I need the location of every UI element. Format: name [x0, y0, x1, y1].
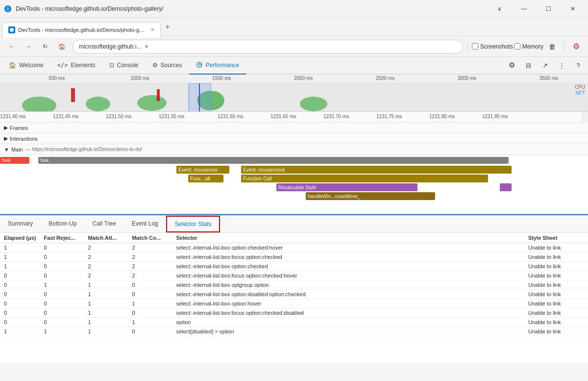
screenshots-checkbox[interactable] [472, 43, 478, 50]
maximize-btn[interactable]: ☐ [537, 0, 560, 18]
cell-stylesheet: Unable to link [524, 299, 588, 308]
table-row[interactable]: 1 0 2 2 select:-internal-list-box option… [0, 262, 588, 271]
tab-console[interactable]: ⊡ Console [102, 57, 146, 75]
address-bar[interactable]: microsoftedge.github.i... ▾ [73, 40, 464, 53]
ruler-mark-1000: 1000 ms [130, 76, 149, 81]
function-call-block[interactable]: Function Call [241, 175, 488, 182]
browser-tabbar: DevTools - microsoftedge.github.io/Demos… [0, 18, 588, 36]
cell-fast-reject: 0 [40, 318, 84, 327]
home-button[interactable]: 🏠 [54, 39, 70, 54]
detail-mark-5: 1231.65 ms [270, 114, 296, 119]
settings-toolbar-button[interactable]: ⚙ [568, 39, 584, 54]
col-selector-header[interactable]: Selector [172, 233, 524, 243]
tab-sources[interactable]: ⚙ Sources [146, 57, 189, 75]
cell-stylesheet: Unable to link [524, 262, 588, 271]
task-block-red[interactable]: Task [0, 157, 29, 164]
tab-elements[interactable]: </> Elements [50, 57, 102, 75]
tab-welcome[interactable]: 🏠 Welcome [2, 57, 50, 75]
event-mousemove-block[interactable]: Event: mousemove [241, 166, 512, 174]
chevron-btn[interactable]: ∨ [488, 0, 511, 18]
table-row[interactable]: 0 0 1 0 select:-internal-list-box option… [0, 290, 588, 299]
table-row[interactable]: 0 0 1 1 select:-internal-list-box option… [0, 299, 588, 308]
forward-button[interactable]: → [21, 39, 36, 54]
cell-stylesheet: Unable to link [524, 290, 588, 299]
cell-fast-reject: 1 [40, 280, 84, 290]
trash-toolbar-button[interactable]: 🗑 [544, 39, 560, 54]
table-row[interactable]: 1 0 2 2 select:-internal-list-box option… [0, 243, 588, 253]
table-header: Elapsed (μs) Fast Rejec... Match Att... … [0, 233, 588, 243]
col-elapsed-header[interactable]: Elapsed (μs) [0, 233, 40, 243]
table-row[interactable]: 1 0 2 2 select:-internal-list-box:focus … [0, 253, 588, 262]
col-match-co-header[interactable]: Match Co... [128, 233, 172, 243]
table-row[interactable]: 0 0 1 1 option Unable to link [0, 318, 588, 327]
timeline-events-canvas: Task Task Event: mouseover Event: mousem… [0, 155, 588, 214]
toolbar-nav: ← → ↻ 🏠 [4, 39, 70, 54]
bottom-tabs: Summary Bottom-Up Call Tree Event Log Se… [0, 215, 588, 233]
recalculate-style-block[interactable]: Recalculate Style [276, 183, 417, 191]
tab-performance[interactable]: Performance [189, 57, 246, 75]
timeline-ruler-overview: 500 ms 1000 ms 1500 ms 2000 ms 2500 ms 3… [0, 75, 588, 83]
tab-close-icon[interactable]: ✕ [150, 27, 154, 32]
devtools-undock-btn[interactable]: ↗ [537, 57, 553, 73]
reload-button[interactable]: ↻ [37, 39, 53, 54]
close-btn[interactable]: ✕ [562, 0, 584, 18]
ruler-mark-2000: 2000 ms [294, 76, 313, 81]
ruler-mark-3000: 3000 ms [458, 76, 476, 81]
cell-match-co: 1 [128, 318, 172, 327]
recalculate-style-small[interactable] [500, 183, 512, 191]
svg-rect-8 [71, 88, 75, 102]
cell-stylesheet: Unable to link [524, 280, 588, 290]
tab-event-log[interactable]: Event Log [124, 215, 166, 233]
table-row[interactable]: 0 1 1 0 select:-internal-list-box optgro… [0, 280, 588, 290]
frames-row[interactable]: ▶ Frames [0, 123, 588, 133]
tab-event-log-label: Event Log [132, 220, 158, 227]
table-row[interactable]: 0 0 1 0 select:-internal-list-box:focus … [0, 308, 588, 318]
devtools-more-btn[interactable]: ⋮ [554, 57, 569, 73]
timeline-overview[interactable]: 500 ms 1000 ms 1500 ms 2000 ms 2500 ms 3… [0, 75, 588, 112]
interactions-row[interactable]: ▶ Interactions [0, 133, 588, 144]
new-tab-button[interactable]: + [161, 20, 174, 34]
svg-rect-9 [157, 89, 160, 101]
cell-selector: select:-internal-list-box option:checked [172, 262, 524, 271]
col-stylesheet-header[interactable]: Style Sheet [524, 233, 588, 243]
devtools-tabs-end: ⚙ ⊟ ↗ ⋮ ? [504, 57, 586, 73]
cell-stylesheet: Unable to link [524, 327, 588, 336]
minimize-btn[interactable]: — [513, 0, 535, 18]
table-row[interactable]: 1 1 1 0 select[disabled] > option Unable… [0, 327, 588, 336]
screenshots-label: Screenshots [480, 43, 513, 50]
cell-elapsed: 0 [0, 308, 40, 318]
devtools-settings-btn[interactable]: ⚙ [504, 57, 519, 73]
devtools-help-btn[interactable]: ? [570, 57, 586, 73]
tab-summary[interactable]: Summary [0, 215, 41, 233]
memory-checkbox[interactable] [514, 43, 520, 50]
tab-call-tree[interactable]: Call Tree [85, 215, 124, 233]
table-row[interactable]: 0 0 2 2 select:-internal-list-box:focus … [0, 271, 588, 280]
cell-match-att: 2 [84, 253, 128, 262]
address-dropdown-icon[interactable]: ▾ [145, 43, 148, 50]
back-button[interactable]: ← [4, 39, 20, 54]
screenshots-checkbox-group: Screenshots [472, 43, 513, 50]
main-row-header[interactable]: ▼ Main — https://microsoftedge.github.io… [0, 144, 588, 155]
cell-selector: option [172, 318, 524, 327]
event-mouseover-block[interactable]: Event: mouseover [176, 166, 229, 174]
cell-selector: select:-internal-list-box option:disable… [172, 290, 524, 299]
col-match-att-header[interactable]: Match Att... [84, 233, 128, 243]
detail-mark-3: 1231.55 ms [159, 114, 184, 119]
tab-selector-stats[interactable]: Selector Stats [166, 216, 220, 232]
cell-elapsed: 1 [0, 327, 40, 336]
table-header-row: Elapsed (μs) Fast Rejec... Match Att... … [0, 233, 588, 243]
func-all-block[interactable]: Func...all [188, 175, 223, 182]
selector-stats-table: Elapsed (μs) Fast Rejec... Match Att... … [0, 233, 588, 336]
main-url: — https://microsoftedge.github.io/Demos/… [26, 147, 142, 152]
tab-favicon [8, 26, 15, 33]
svg-point-3 [22, 97, 56, 112]
tab-bottom-up[interactable]: Bottom-Up [41, 215, 84, 233]
cell-match-co: 0 [128, 280, 172, 290]
browser-tab-active[interactable]: DevTools - microsoftedge.github.io/Demos… [2, 22, 161, 38]
sources-icon: ⚙ [152, 62, 158, 69]
col-fast-reject-header[interactable]: Fast Rejec... [40, 233, 84, 243]
handle-win-block[interactable]: handleWin...ouseMove_ [306, 192, 435, 200]
memory-label: Memory [522, 43, 543, 50]
devtools-dock-btn[interactable]: ⊟ [520, 57, 536, 73]
task-block-gray[interactable]: Task [38, 157, 509, 164]
